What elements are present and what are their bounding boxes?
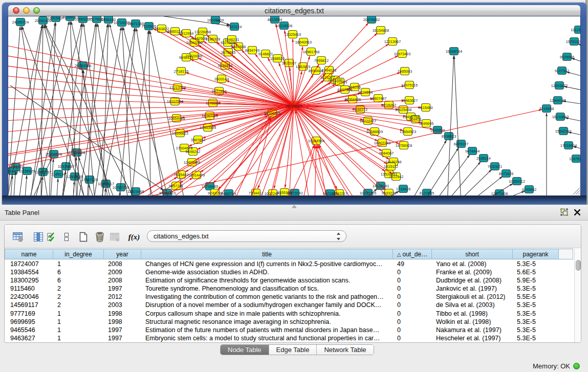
table-row[interactable]: 2242004622012Investigating the contribut… xyxy=(5,293,574,301)
column-header-outde[interactable]: △out_de… xyxy=(393,249,432,259)
column-header-pagerank[interactable]: pagerank xyxy=(513,249,559,259)
table-cell[interactable]: 19384554 xyxy=(5,268,54,276)
table-row[interactable]: 1830029562008Estimation of significance … xyxy=(5,276,574,285)
table-cell[interactable]: 5.3E-5 xyxy=(513,301,559,309)
splitter-grip-icon[interactable] xyxy=(291,205,297,208)
table-cell[interactable]: 2008 xyxy=(104,260,142,268)
table-cell[interactable]: 1 xyxy=(54,318,104,326)
table-cell[interactable]: 0 xyxy=(394,326,432,334)
table-cell[interactable]: 1998 xyxy=(104,310,142,318)
table-scrollbar-thumb[interactable] xyxy=(576,260,581,271)
table-cell[interactable]: 1 xyxy=(54,310,104,318)
table-cell[interactable]: 0 xyxy=(394,301,432,309)
toolbar-button-row-height[interactable] xyxy=(60,230,73,244)
table-cell[interactable]: 49 xyxy=(394,260,432,268)
network-table-select[interactable]: citations_edges.txt xyxy=(147,230,346,242)
table-cell[interactable]: Wolkin et al. (1998) xyxy=(432,318,513,326)
table-row[interactable]: 969969511998Structural magnetic resonanc… xyxy=(5,318,574,326)
table-cell[interactable]: 5.3E-5 xyxy=(513,334,559,342)
table-row[interactable]: 1872400712008Changes of HCN gene express… xyxy=(5,260,574,268)
table-cell[interactable]: 9463627 xyxy=(5,334,54,342)
table-cell[interactable]: Franke et al. (2009) xyxy=(432,268,513,276)
table-cell[interactable]: Investigating the contribution of common… xyxy=(142,293,394,301)
table-cell[interactable]: Structural magnetic resonance image aver… xyxy=(142,318,394,326)
table-cell[interactable]: 1998 xyxy=(104,318,142,326)
table-cell[interactable]: Nakamura et al. (1997) xyxy=(432,326,513,334)
table-cell[interactable]: de Silva et al. (2003) xyxy=(432,301,513,309)
table-cell[interactable]: 2008 xyxy=(104,276,142,285)
table-cell[interactable]: 18724007 xyxy=(5,260,54,268)
table-cell[interactable]: Yano et al. (2008) xyxy=(432,260,513,268)
tab-node-table[interactable]: Node Table xyxy=(221,345,269,355)
column-header-indegree[interactable]: in_degree xyxy=(53,249,104,259)
float-panel-icon[interactable] xyxy=(560,208,569,216)
table-cell[interactable]: 1997 xyxy=(104,285,142,293)
table-cell[interactable]: 0 xyxy=(394,310,432,318)
table-cell[interactable]: 0 xyxy=(394,318,432,326)
table-row[interactable]: 911546021997Tourette syndrome. Phenomeno… xyxy=(5,285,574,293)
table-cell[interactable]: 14569117 xyxy=(5,301,54,309)
network-graph[interactable]: 2405572420091406189154072016918710653287… xyxy=(8,16,580,195)
table-row[interactable]: 977716911998Corpus callosum shape and si… xyxy=(5,310,574,318)
table-cell[interactable]: 9777169 xyxy=(5,310,54,318)
table-cell[interactable]: 6 xyxy=(54,276,104,285)
column-header-name[interactable]: name xyxy=(5,249,53,259)
table-cell[interactable]: Estimation of the future numbers of pati… xyxy=(142,326,394,334)
table-cell[interactable]: 5.6E-5 xyxy=(513,268,559,276)
toolbar-button-function-builder[interactable]: f(x) xyxy=(127,230,141,244)
column-header-short[interactable]: short xyxy=(432,249,513,259)
table-cell[interactable]: 18300295 xyxy=(5,276,54,285)
table-cell[interactable]: Jankovic et al. (1997) xyxy=(432,285,513,293)
resize-grip-icon[interactable] xyxy=(573,188,580,194)
table-cell[interactable]: 1997 xyxy=(104,334,142,342)
table-cell[interactable]: 2009 xyxy=(104,268,142,276)
table-cell[interactable]: 1 xyxy=(54,334,104,342)
tab-edge-table[interactable]: Edge Table xyxy=(269,345,317,355)
table-cell[interactable]: 6 xyxy=(54,268,104,276)
toolbar-button-clear-table[interactable] xyxy=(108,230,121,244)
table-row[interactable]: 1456911722003Disruption of a novel membe… xyxy=(5,301,574,309)
column-header-title[interactable]: title xyxy=(141,249,393,259)
table-cell[interactable]: 1 xyxy=(54,326,104,334)
table-cell[interactable]: 5.3E-5 xyxy=(513,260,559,268)
table-cell[interactable]: Tourette syndrome. Phenomenology and cla… xyxy=(142,285,394,293)
table-scrollbar[interactable] xyxy=(574,249,581,343)
table-cell[interactable]: 0 xyxy=(394,334,432,342)
toolbar-button-new-table[interactable] xyxy=(77,230,90,244)
toolbar-button-show-columns[interactable] xyxy=(32,230,45,244)
table-cell[interactable]: 2 xyxy=(54,293,104,301)
table-cell[interactable]: Tibbo et al. (1998) xyxy=(432,310,513,318)
close-panel-icon[interactable] xyxy=(574,209,581,216)
table-cell[interactable]: 22420046 xyxy=(5,293,54,301)
table-cell[interactable]: 1997 xyxy=(104,326,142,334)
table-cell[interactable]: Dudbridge et al. (2008) xyxy=(432,276,513,285)
toolbar-button-delete-table[interactable] xyxy=(93,230,106,244)
network-canvas[interactable]: 2405572420091406189154072016918710653287… xyxy=(8,16,580,195)
table-cell[interactable]: 1 xyxy=(54,260,104,268)
table-cell[interactable]: 5.3E-5 xyxy=(513,326,559,334)
table-cell[interactable]: 5.3E-5 xyxy=(513,310,559,318)
table-cell[interactable]: 2 xyxy=(54,285,104,293)
table-cell[interactable]: Disruption of a novel member of a sodium… xyxy=(142,301,394,309)
table-cell[interactable]: 0 xyxy=(394,285,432,293)
toolbar-button-table-settings[interactable] xyxy=(11,230,25,244)
table-row[interactable]: 946554611997Estimation of the future num… xyxy=(5,326,574,334)
table-cell[interactable]: 5.3E-5 xyxy=(513,285,559,293)
table-cell[interactable]: Changes of HCN gene expression and I(f) … xyxy=(142,260,394,268)
table-cell[interactable]: 5.9E-5 xyxy=(513,276,559,285)
splitter-handle[interactable] xyxy=(291,205,297,208)
tab-network-table[interactable]: Network Table xyxy=(317,345,373,355)
table-cell[interactable]: 9465546 xyxy=(5,326,54,334)
table-row[interactable]: 946362711997Embryonic stem cells: a mode… xyxy=(5,334,574,342)
table-cell[interactable]: 2012 xyxy=(104,293,142,301)
table-row[interactable]: 1938455462009Genome-wide association stu… xyxy=(5,268,574,276)
table-cell[interactable]: 0 xyxy=(394,293,432,301)
window-titlebar[interactable]: citations_edges.txt xyxy=(8,5,580,16)
table-cell[interactable]: 0 xyxy=(394,268,432,276)
column-header-year[interactable]: year xyxy=(104,249,141,259)
table-cell[interactable]: Hescheler et al. (1997) xyxy=(432,334,513,342)
table-cell[interactable]: 5.3E-5 xyxy=(513,318,559,326)
toolbar-button-select-rows[interactable] xyxy=(45,230,58,244)
table-cell[interactable]: Stergiakouli et al. (2012) xyxy=(432,293,513,301)
table-cell[interactable]: Corpus callosum shape and size in male p… xyxy=(142,310,394,318)
